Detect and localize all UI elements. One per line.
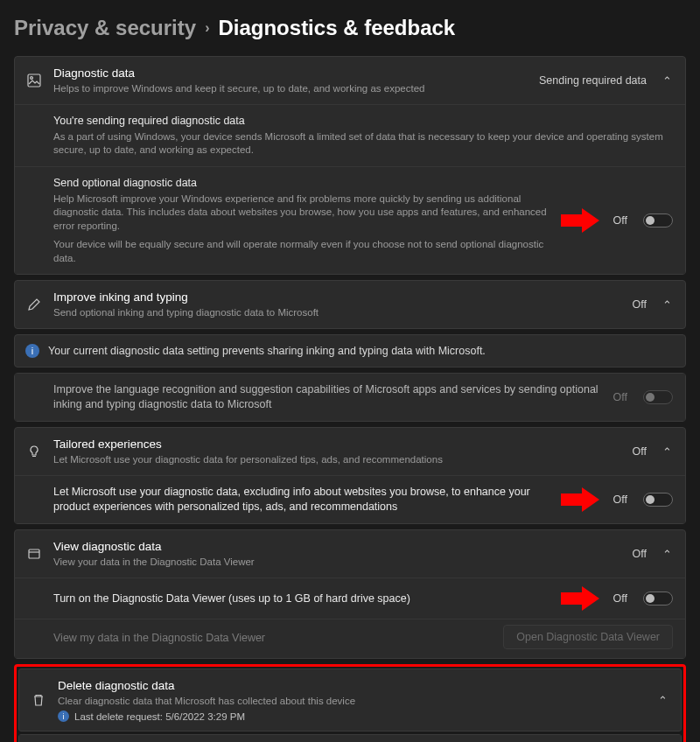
tailored-desc: Let Microsoft use your diagnostic data f… xyxy=(53,453,622,467)
chevron-up-icon: ⌃ xyxy=(661,298,673,312)
pen-icon xyxy=(25,298,43,312)
annotation-arrow xyxy=(561,209,603,232)
inking-sub-title: Improve the language recognition and sug… xyxy=(53,382,603,412)
data-icon xyxy=(25,547,43,561)
delete-highlight-box: Delete diagnostic data Clear diagnostic … xyxy=(14,664,686,742)
required-data-title: You're sending required diagnostic data xyxy=(53,114,673,129)
view-data-link: View my data in the Diagnostic Data View… xyxy=(53,632,265,644)
tailored-sub-state: Off xyxy=(613,494,627,506)
tailored-card: Tailored experiences Let Microsoft use y… xyxy=(14,427,686,524)
chevron-right-icon: › xyxy=(205,20,209,36)
view-title: View diagnostic data xyxy=(53,539,622,555)
trash-icon xyxy=(30,693,47,707)
chevron-up-icon: ⌃ xyxy=(661,74,673,88)
diagnostic-data-desc: Helps to improve Windows and keep it sec… xyxy=(53,82,528,96)
view-sub-row: Turn on the Diagnostic Data Viewer (uses… xyxy=(15,578,685,619)
tailored-status: Off xyxy=(633,445,647,458)
view-sub-title: Turn on the Diagnostic Data Viewer (uses… xyxy=(53,592,550,606)
annotation-arrow xyxy=(561,587,603,610)
required-data-row: You're sending required diagnostic data … xyxy=(15,104,685,166)
delete-desc: Clear diagnostic data that Microsoft has… xyxy=(58,695,646,709)
breadcrumb-parent[interactable]: Privacy & security xyxy=(14,16,196,40)
tailored-sub-title: Let Microsoft use your diagnostic data, … xyxy=(53,485,550,514)
inking-card: Improve inking and typing Send optional … xyxy=(14,280,686,329)
view-toggle[interactable] xyxy=(643,592,673,606)
chevron-up-icon: ⌃ xyxy=(656,694,668,707)
delete-title: Delete diagnostic data xyxy=(58,678,646,694)
inking-status: Off xyxy=(633,298,647,311)
delete-body-row: Once you delete your data here, we start… xyxy=(19,735,681,742)
annotation-arrow xyxy=(561,488,603,511)
delete-body-card: Once you delete your data here, we start… xyxy=(18,734,682,742)
optional-data-desc: Help Microsoft improve your Windows expe… xyxy=(53,192,550,234)
optional-data-title: Send optional diagnostic data xyxy=(53,176,550,191)
breadcrumb: Privacy & security › Diagnostics & feedb… xyxy=(14,16,686,40)
lightbulb-icon xyxy=(25,444,43,458)
view-desc: View your data in the Diagnostic Data Vi… xyxy=(53,556,622,570)
diagnostic-data-title: Diagnostic data xyxy=(53,66,528,81)
optional-data-note: Your device will be equally secure and w… xyxy=(53,238,550,265)
page-title: Diagnostics & feedback xyxy=(218,16,455,40)
view-header[interactable]: View diagnostic data View your data in t… xyxy=(15,530,685,578)
required-data-desc: As a part of using Windows, your device … xyxy=(53,130,673,158)
tailored-title: Tailored experiences xyxy=(53,437,622,452)
info-icon: i xyxy=(25,344,39,358)
optional-toggle-label: Off xyxy=(613,214,627,227)
tailored-header[interactable]: Tailored experiences Let Microsoft use y… xyxy=(15,428,685,475)
diagnostic-data-card: Diagnostic data Helps to improve Windows… xyxy=(14,56,686,275)
view-sub-state: Off xyxy=(613,592,627,605)
inking-header[interactable]: Improve inking and typing Send optional … xyxy=(15,281,685,328)
diagnostic-data-header[interactable]: Diagnostic data Helps to improve Windows… xyxy=(15,57,685,104)
svg-rect-0 xyxy=(28,74,40,87)
view-status: Off xyxy=(633,548,647,560)
tailored-sub-row: Let Microsoft use your diagnostic data, … xyxy=(15,475,685,523)
info-icon: i xyxy=(58,710,69,722)
inking-sub-state: Off xyxy=(613,391,627,403)
inking-sub-card: Improve the language recognition and sug… xyxy=(14,373,686,422)
svg-rect-2 xyxy=(29,550,39,558)
chevron-up-icon: ⌃ xyxy=(661,548,673,561)
delete-card: Delete diagnostic data Clear diagnostic … xyxy=(18,668,682,732)
view-link-row: View my data in the Diagnostic Data View… xyxy=(15,619,685,658)
tailored-toggle[interactable] xyxy=(643,493,673,507)
svg-point-1 xyxy=(31,77,33,80)
delete-last-request: Last delete request: 5/6/2022 3:29 PM xyxy=(74,711,245,722)
delete-header[interactable]: Delete diagnostic data Clear diagnostic … xyxy=(19,669,681,731)
view-card: View diagnostic data View your data in t… xyxy=(14,529,686,659)
optional-data-toggle[interactable] xyxy=(643,214,673,228)
inking-sub-row: Improve the language recognition and sug… xyxy=(15,374,685,421)
inking-banner-text: Your current diagnostic data setting pre… xyxy=(48,345,486,357)
chevron-up-icon: ⌃ xyxy=(661,445,673,458)
inking-toggle xyxy=(643,390,673,404)
open-viewer-button: Open Diagnostic Data Viewer xyxy=(503,625,673,649)
diagnostic-data-status: Sending required data xyxy=(539,74,647,87)
inking-desc: Send optional inking and typing diagnost… xyxy=(53,306,622,320)
inking-title: Improve inking and typing xyxy=(53,290,622,305)
image-icon xyxy=(25,74,43,88)
optional-data-row: Send optional diagnostic data Help Micro… xyxy=(15,166,685,274)
inking-info-banner: i Your current diagnostic data setting p… xyxy=(14,334,686,368)
